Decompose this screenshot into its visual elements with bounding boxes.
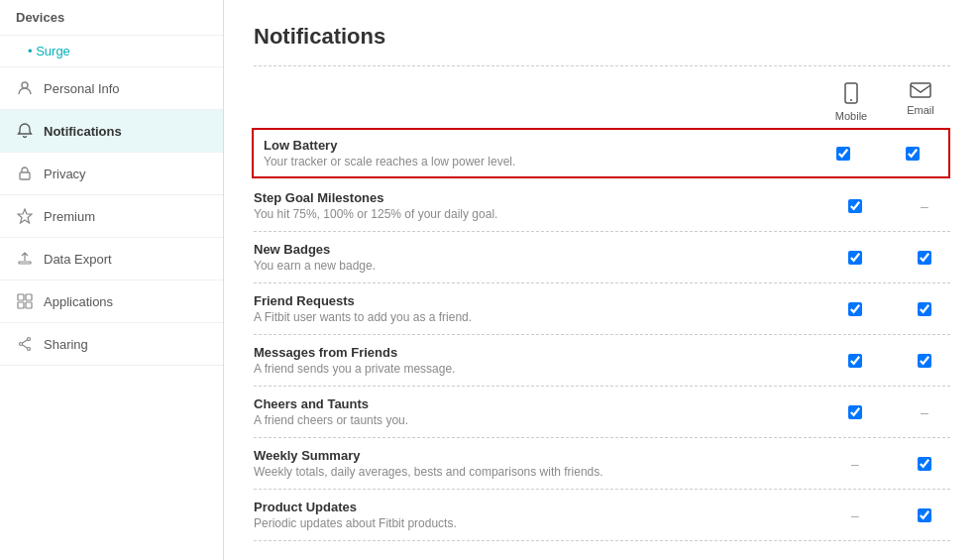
mobile-column-header: Mobile — [831, 82, 871, 122]
notif-checks-new-badges — [835, 251, 950, 265]
mobile-check-low-battery[interactable] — [823, 147, 863, 161]
notif-row-new-badges: New BadgesYou earn a new badge. — [254, 232, 950, 283]
notif-row-weekly-summary: Weekly SummaryWeekly totals, daily avera… — [254, 438, 950, 490]
notif-row-messages-friends: Messages from FriendsA friend sends you … — [254, 335, 950, 387]
sidebar-item-sharing-label: Sharing — [44, 337, 88, 352]
mobile-checkbox-friend-requests[interactable] — [848, 302, 862, 316]
mobile-icon — [842, 82, 860, 108]
sidebar-item-notifications-label: Notifications — [44, 124, 122, 139]
email-check-step-goal: – — [905, 198, 944, 214]
sidebar-item-surge[interactable]: • Surge — [0, 36, 223, 67]
svg-point-14 — [850, 99, 852, 101]
mobile-check-product-updates: – — [835, 507, 875, 523]
email-checkbox-low-battery[interactable] — [906, 147, 920, 161]
mobile-check-cheers-taunts[interactable] — [835, 405, 875, 419]
sidebar-item-premium[interactable]: Premium — [0, 195, 223, 238]
email-checkbox-weekly-summary[interactable] — [918, 457, 931, 471]
notif-desc-friend-requests: A Fitbit user wants to add you as a frie… — [254, 310, 835, 324]
mobile-checkbox-messages-friends[interactable] — [848, 354, 862, 368]
notif-checks-product-updates: – — [835, 507, 950, 523]
column-headers: Mobile Email — [254, 82, 950, 122]
svg-point-9 — [28, 348, 31, 351]
notifications-list: Low BatteryYour tracker or scale reaches… — [254, 128, 950, 541]
notif-row-cheers-taunts: Cheers and TauntsA friend cheers or taun… — [254, 387, 950, 438]
mobile-label: Mobile — [835, 110, 867, 122]
sidebar-item-sharing[interactable]: Sharing — [0, 323, 223, 366]
notif-text-low-battery: Low BatteryYour tracker or scale reaches… — [264, 138, 823, 168]
mobile-check-messages-friends[interactable] — [835, 354, 875, 368]
mobile-check-step-goal[interactable] — [835, 199, 875, 213]
lock-icon — [16, 165, 34, 182]
notif-title-friend-requests: Friend Requests — [254, 293, 835, 308]
notif-checks-low-battery — [823, 147, 938, 161]
sidebar-item-notifications[interactable]: Notifications — [0, 110, 223, 153]
email-label: Email — [907, 104, 934, 116]
page-title: Notifications — [254, 24, 950, 50]
mobile-check-friend-requests[interactable] — [835, 302, 875, 316]
sidebar-devices-header: Devices — [0, 0, 223, 36]
email-check-friend-requests[interactable] — [905, 302, 944, 316]
mobile-checkbox-step-goal[interactable] — [848, 199, 862, 213]
notif-checks-step-goal: – — [835, 198, 950, 214]
notif-text-new-badges: New BadgesYou earn a new badge. — [254, 242, 835, 273]
svg-line-12 — [22, 345, 27, 349]
svg-marker-2 — [18, 209, 32, 223]
email-check-new-badges[interactable] — [905, 251, 944, 265]
svg-point-0 — [22, 82, 28, 88]
notif-desc-product-updates: Periodic updates about Fitbit products. — [254, 516, 835, 530]
sidebar: Devices • Surge Personal Info Notificati… — [0, 0, 224, 560]
grid-icon — [16, 292, 34, 310]
svg-rect-4 — [18, 294, 24, 300]
sidebar-item-data-export-label: Data Export — [44, 252, 112, 267]
sidebar-item-privacy-label: Privacy — [44, 167, 86, 181]
notif-title-low-battery: Low Battery — [264, 138, 823, 153]
notif-text-messages-friends: Messages from FriendsA friend sends you … — [254, 345, 835, 376]
main-content: Notifications Mobile Email Low BatteryYo… — [224, 0, 980, 560]
notif-text-friend-requests: Friend RequestsA Fitbit user wants to ad… — [254, 293, 835, 324]
notif-row-product-updates: Product UpdatesPeriodic updates about Fi… — [254, 490, 950, 541]
email-icon — [910, 82, 931, 102]
svg-rect-5 — [26, 294, 32, 300]
email-checkbox-product-updates[interactable] — [918, 508, 931, 522]
email-checkbox-friend-requests[interactable] — [918, 302, 931, 316]
svg-rect-15 — [911, 83, 930, 97]
upload-icon — [16, 250, 34, 268]
email-check-messages-friends[interactable] — [905, 354, 944, 368]
email-check-low-battery[interactable] — [893, 147, 932, 161]
svg-point-10 — [20, 343, 23, 346]
email-check-weekly-summary[interactable] — [905, 457, 944, 471]
notif-checks-messages-friends — [835, 354, 950, 368]
notif-row-friend-requests: Friend RequestsA Fitbit user wants to ad… — [254, 283, 950, 335]
notif-row-low-battery: Low BatteryYour tracker or scale reaches… — [252, 128, 950, 178]
notif-checks-friend-requests — [835, 302, 950, 316]
sidebar-item-personal-info[interactable]: Personal Info — [0, 67, 223, 110]
sidebar-item-data-export[interactable]: Data Export — [0, 238, 223, 280]
notif-desc-step-goal: You hit 75%, 100% or 125% of your daily … — [254, 207, 835, 221]
mobile-check-new-badges[interactable] — [835, 251, 875, 265]
divider — [254, 65, 950, 66]
email-checkbox-messages-friends[interactable] — [918, 354, 931, 368]
mobile-check-weekly-summary: – — [835, 456, 875, 472]
email-checkbox-new-badges[interactable] — [918, 251, 931, 265]
sidebar-item-privacy[interactable]: Privacy — [0, 153, 223, 195]
sidebar-item-applications[interactable]: Applications — [0, 280, 223, 323]
notif-title-step-goal: Step Goal Milestones — [254, 190, 835, 205]
sidebar-item-personal-info-label: Personal Info — [44, 81, 120, 96]
notif-desc-low-battery: Your tracker or scale reaches a low powe… — [264, 155, 823, 168]
notif-desc-new-badges: You earn a new badge. — [254, 259, 835, 273]
notif-title-weekly-summary: Weekly Summary — [254, 448, 835, 463]
notif-title-messages-friends: Messages from Friends — [254, 345, 835, 360]
notif-title-cheers-taunts: Cheers and Taunts — [254, 396, 835, 411]
notif-checks-weekly-summary: – — [835, 456, 950, 472]
mobile-checkbox-new-badges[interactable] — [848, 251, 862, 265]
svg-point-8 — [28, 338, 31, 341]
notif-text-step-goal: Step Goal MilestonesYou hit 75%, 100% or… — [254, 190, 835, 221]
notif-text-weekly-summary: Weekly SummaryWeekly totals, daily avera… — [254, 448, 835, 479]
mobile-checkbox-cheers-taunts[interactable] — [848, 405, 862, 419]
email-check-product-updates[interactable] — [905, 508, 944, 522]
star-icon — [16, 207, 34, 225]
mobile-checkbox-low-battery[interactable] — [836, 147, 850, 161]
notif-desc-weekly-summary: Weekly totals, daily averages, bests and… — [254, 465, 835, 479]
notif-text-cheers-taunts: Cheers and TauntsA friend cheers or taun… — [254, 396, 835, 427]
notif-row-step-goal: Step Goal MilestonesYou hit 75%, 100% or… — [254, 180, 950, 232]
